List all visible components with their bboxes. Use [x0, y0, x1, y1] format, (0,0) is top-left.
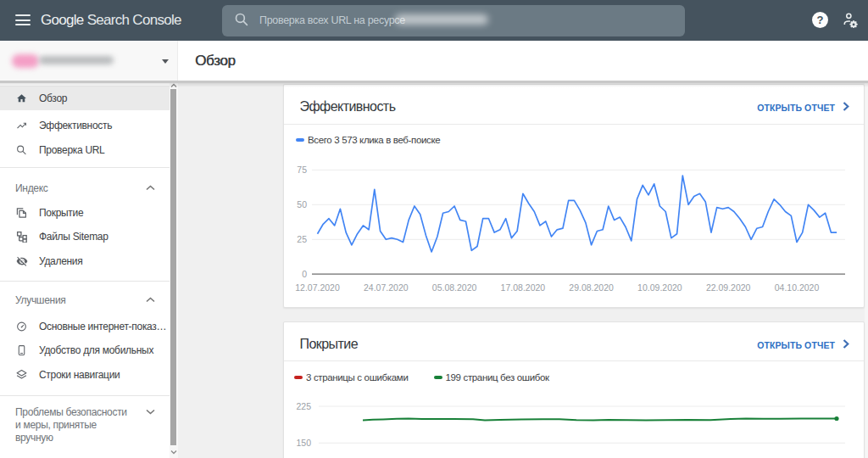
svg-text:75: 75 [297, 165, 307, 175]
svg-text:12.07.2020: 12.07.2020 [295, 282, 340, 293]
svg-text:29.08.2020: 29.08.2020 [569, 282, 614, 293]
svg-text:05.08.2020: 05.08.2020 [432, 282, 477, 293]
svg-text:22.09.2020: 22.09.2020 [706, 282, 751, 293]
svg-text:0: 0 [302, 269, 307, 279]
svg-text:04.10.2020: 04.10.2020 [775, 282, 820, 293]
svg-text:25: 25 [297, 234, 307, 244]
svg-text:150: 150 [296, 438, 311, 448]
svg-text:10.09.2020: 10.09.2020 [637, 282, 682, 293]
svg-text:50: 50 [297, 199, 307, 209]
svg-text:17.08.2020: 17.08.2020 [501, 282, 546, 293]
svg-text:24.07.2020: 24.07.2020 [364, 282, 409, 293]
svg-text:225: 225 [296, 401, 311, 411]
